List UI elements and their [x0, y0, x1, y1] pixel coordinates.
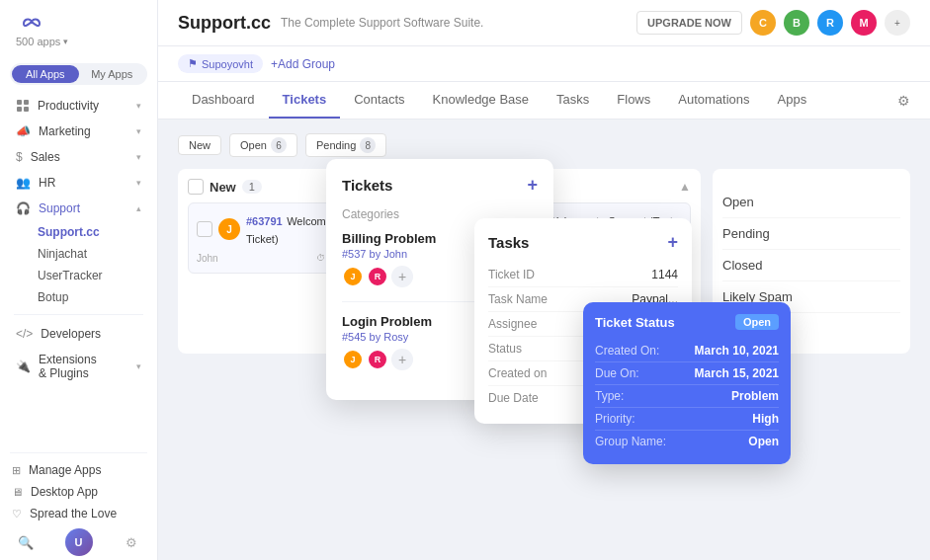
tasks-add-button[interactable]: +: [667, 232, 678, 253]
sidebar-divider-2: [10, 452, 147, 453]
filter-new[interactable]: New: [178, 135, 221, 155]
sidebar-subitem-ninjachat[interactable]: Ninjachat: [4, 243, 153, 265]
puzzle-icon: 🔌: [16, 360, 31, 373]
tab-my-apps[interactable]: My Apps: [79, 65, 146, 83]
sidebar-logo: 500 apps ▾: [0, 0, 157, 55]
sidebar-footer-icons: 🔍 U ⚙: [0, 524, 157, 560]
status-row-type: Type: Problem: [595, 385, 779, 408]
login-add-avatar-button[interactable]: +: [391, 349, 413, 370]
grid-small-icon: ⊞: [12, 464, 21, 477]
app-header: Support.cc The Complete Support Software…: [158, 0, 930, 46]
upgrade-button[interactable]: UPGRADE NOW: [636, 11, 742, 35]
tab-contacts[interactable]: Contacts: [340, 82, 418, 119]
users-icon: 👥: [16, 176, 31, 190]
avatar-r2: R: [367, 349, 388, 370]
tickets-modal-title: Tickets +: [342, 175, 538, 196]
user-avatar[interactable]: U: [65, 528, 93, 556]
column-new-title: New: [210, 180, 236, 195]
tab-knowledge-base[interactable]: Knowledge Base: [419, 82, 544, 119]
status-row-group-name: Group Name: Open: [595, 431, 779, 452]
filter-bar: New Open 6 Pending 8: [178, 133, 910, 157]
sidebar-item-marketing[interactable]: 📣 Marketing ▾: [4, 119, 153, 144]
tab-apps[interactable]: Apps: [764, 82, 821, 119]
desktop-app-link[interactable]: 🖥 Desktop App: [0, 481, 157, 503]
tab-tickets[interactable]: Tickets: [269, 82, 341, 119]
avatar-m[interactable]: M: [851, 10, 877, 36]
avatar-j2: J: [342, 349, 364, 370]
app-count-label: 500 apps ▾: [16, 36, 68, 47]
nav-settings-icon[interactable]: ⚙: [897, 93, 910, 109]
status-row-priority: Priority: High: [595, 408, 779, 431]
group-tag[interactable]: ⚑ Supoyovht: [178, 54, 263, 73]
search-footer-icon[interactable]: 🔍: [12, 528, 40, 556]
column-checkbox[interactable]: [188, 179, 204, 195]
svg-rect-1: [24, 100, 29, 105]
tab-all-apps[interactable]: All Apps: [12, 65, 79, 83]
heart-icon: ♡: [12, 508, 22, 520]
main-content: Support.cc The Complete Support Software…: [158, 0, 930, 560]
ticket-id: #63791: [246, 215, 283, 227]
avatar-r: R: [367, 266, 388, 287]
sidebar-bottom-section: ⊞ Manage Apps 🖥 Desktop App ♡ Spread the…: [0, 446, 157, 560]
sidebar-item-sales[interactable]: $ Sales ▾: [4, 144, 153, 170]
ticket-checkbox[interactable]: [197, 221, 212, 237]
sidebar-subitem-supportcc[interactable]: Support.cc: [4, 221, 153, 243]
sidebar: 500 apps ▾ All Apps My Apps Productivity…: [0, 0, 158, 560]
status-open-badge: Open: [735, 314, 779, 330]
marketing-label: Marketing: [39, 124, 128, 138]
sidebar-item-hr[interactable]: 👥 HR ▾: [4, 170, 153, 196]
avatar-c[interactable]: C: [750, 10, 776, 36]
tasks-row-ticket-id: Ticket ID 1144: [488, 263, 678, 287]
megaphone-icon: 📣: [16, 124, 31, 138]
sidebar-subitem-botup[interactable]: Botup: [4, 286, 153, 308]
more-users-icon[interactable]: +: [885, 10, 910, 36]
svg-rect-2: [17, 107, 22, 112]
spread-love-link[interactable]: ♡ Spread the Love: [0, 503, 157, 524]
billing-avatars: J R +: [342, 266, 413, 287]
sidebar-nav: Productivity ▾ 📣 Marketing ▾ $ Sales ▾ 👥…: [0, 93, 157, 386]
status-row-created-on: Created On: March 10, 2021: [595, 340, 779, 362]
clock-icon: ⏱: [316, 253, 325, 263]
tab-automations[interactable]: Automations: [664, 82, 763, 119]
status-row-due-on: Due On: March 15, 2021: [595, 362, 779, 385]
filter-open[interactable]: Open 6: [229, 133, 297, 157]
developers-label: Developers: [41, 327, 141, 341]
avatar-j: J: [342, 266, 364, 287]
nav-tabs: Dashboard Tickets Contacts Knowledge Bas…: [158, 82, 930, 120]
sidebar-item-productivity[interactable]: Productivity ▾: [4, 93, 153, 119]
header-left: Support.cc The Complete Support Software…: [178, 13, 483, 34]
sidebar-item-support[interactable]: 🎧 Support ▴: [4, 196, 153, 221]
headset-icon: 🎧: [16, 201, 31, 215]
sidebar-subitem-usertracker[interactable]: UserTracker: [4, 265, 153, 286]
ticket-by: John: [197, 253, 218, 264]
billing-add-avatar-button[interactable]: +: [391, 266, 413, 287]
add-group-button[interactable]: +Add Group: [271, 57, 335, 71]
column-toggle-icon[interactable]: ▲: [679, 180, 691, 194]
cat-closed[interactable]: Closed: [722, 250, 900, 281]
extensions-label: Extensions& Plugins: [39, 353, 128, 380]
tab-flows[interactable]: Flows: [603, 82, 664, 119]
code-icon: </>: [16, 327, 33, 341]
sidebar-item-developers[interactable]: </> Developers: [4, 321, 153, 347]
sidebar-tabs: All Apps My Apps: [10, 63, 147, 85]
filter-pending[interactable]: Pending 8: [305, 133, 386, 157]
productivity-label: Productivity: [38, 99, 128, 113]
svg-rect-3: [24, 107, 29, 112]
cat-pending[interactable]: Pending: [722, 218, 900, 250]
tab-tasks[interactable]: Tasks: [543, 82, 603, 119]
column-new-count: 1: [242, 180, 262, 194]
avatar-b[interactable]: B: [784, 10, 809, 36]
sidebar-item-extensions[interactable]: 🔌 Extensions& Plugins ▾: [4, 347, 153, 386]
status-modal[interactable]: Ticket Status Open Created On: March 10,…: [583, 302, 791, 464]
hr-label: HR: [39, 176, 128, 190]
cat-open[interactable]: Open: [722, 187, 900, 218]
chevron-down-icon: ▾: [136, 152, 141, 162]
avatar-r[interactable]: R: [817, 10, 843, 36]
tickets-add-button[interactable]: +: [527, 175, 538, 196]
manage-apps-link[interactable]: ⊞ Manage Apps: [0, 459, 157, 481]
tab-dashboard[interactable]: Dashboard: [178, 82, 269, 119]
logo-icon: [16, 14, 47, 34]
ticket-avatar: J: [218, 218, 240, 240]
settings-footer-icon[interactable]: ⚙: [118, 528, 145, 556]
open-count-badge: 6: [271, 137, 287, 153]
